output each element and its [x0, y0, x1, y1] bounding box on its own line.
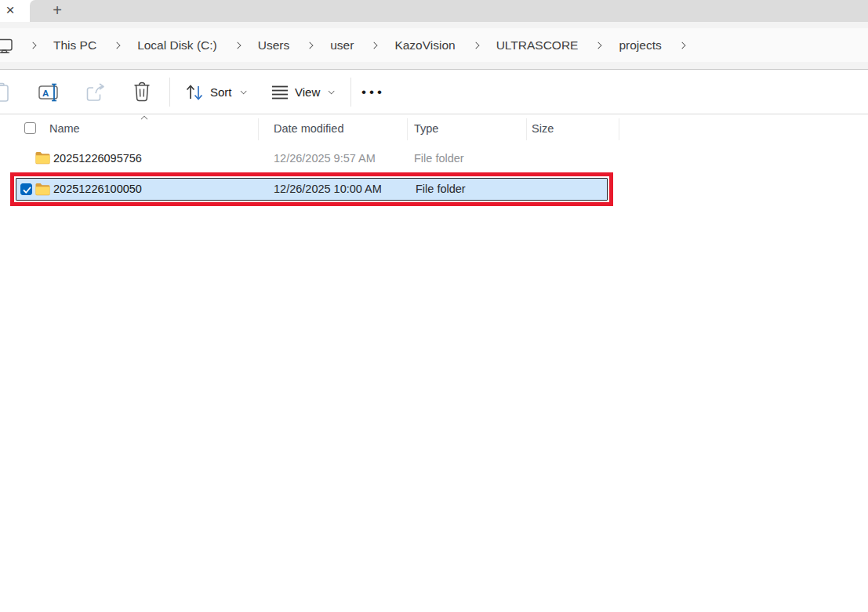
sort-ascending-icon [141, 116, 147, 122]
chevron-right-icon [678, 42, 685, 49]
breadcrumb-item-this-pc[interactable]: This PC [52, 35, 98, 56]
chevron-right-icon [234, 42, 241, 49]
new-tab-button[interactable]: + [47, 0, 67, 20]
chevron-right-icon [30, 42, 37, 49]
svg-text:A: A [42, 88, 49, 97]
breadcrumb-item-user[interactable]: user [329, 35, 355, 56]
view-label: View [295, 85, 320, 99]
folder-icon [35, 151, 50, 165]
toolbar-separator [169, 78, 170, 107]
view-lines-icon [271, 84, 289, 101]
breadcrumb-item-projects[interactable]: projects [617, 35, 663, 56]
file-type: File folder [416, 179, 466, 200]
sort-button[interactable]: Sort [185, 70, 245, 114]
rename-icon[interactable]: A [38, 70, 60, 114]
chevron-down-icon [329, 88, 335, 94]
chevron-right-icon [371, 42, 378, 49]
tab-bar: + × [0, 0, 868, 22]
more-ellipsis-icon: ••• [361, 85, 385, 100]
folder-icon [35, 183, 50, 196]
column-header-date-modified[interactable]: Date modified [274, 122, 343, 135]
toolbar-separator [350, 78, 351, 107]
file-row[interactable]: 20251226095756 12/26/2025 9:57 AM File f… [0, 147, 604, 171]
chevron-right-icon [114, 42, 121, 49]
column-divider[interactable] [258, 118, 259, 140]
list-header: Name Date modified Type Size [0, 115, 619, 143]
breadcrumb-item-ultrascore[interactable]: ULTRASCORE [495, 35, 580, 56]
file-name: 20251226100050 [53, 179, 142, 200]
active-tab[interactable]: × [0, 0, 30, 22]
file-type: File folder [414, 147, 464, 171]
trash-icon[interactable] [132, 70, 152, 114]
tab-close-icon[interactable]: × [2, 1, 18, 20]
file-name: 20251226095756 [53, 147, 142, 171]
chevron-down-icon [240, 88, 246, 94]
sort-arrows-icon [185, 83, 204, 102]
chevron-right-icon [307, 42, 314, 49]
annotation-highlight-box: 20251226100050 12/26/2025 10:00 AM File … [10, 172, 613, 206]
column-divider[interactable] [619, 118, 619, 140]
column-header-name[interactable]: Name [49, 122, 80, 135]
view-button[interactable]: View [271, 70, 333, 114]
column-header-type[interactable]: Type [414, 122, 438, 135]
column-divider[interactable] [526, 118, 527, 140]
file-row-selected[interactable]: 20251226100050 12/26/2025 10:00 AM File … [16, 178, 608, 201]
column-header-size[interactable]: Size [532, 122, 554, 135]
sort-label: Sort [210, 85, 232, 99]
command-toolbar: A [0, 70, 868, 114]
breadcrumb-item-kazovision[interactable]: KazoVision [393, 35, 456, 56]
share-icon[interactable] [85, 70, 107, 114]
more-options-button[interactable]: ••• [361, 70, 385, 114]
chevron-right-icon [472, 42, 479, 49]
file-date-modified: 12/26/2025 10:00 AM [274, 179, 382, 200]
file-explorer-window: + × This PC Local Disk (C:) [0, 0, 868, 612]
breadcrumb-item-users[interactable]: Users [256, 35, 291, 56]
address-bar: This PC Local Disk (C:) Users user KazoV… [0, 22, 868, 70]
row-checkbox-checked[interactable] [20, 183, 32, 195]
tab-strip: + [30, 0, 868, 22]
chevron-right-icon [595, 42, 602, 49]
file-date-modified: 12/26/2025 9:57 AM [274, 147, 376, 171]
breadcrumb-item-local-disk[interactable]: Local Disk (C:) [136, 35, 219, 56]
select-all-checkbox[interactable] [24, 122, 36, 134]
this-pc-icon [0, 37, 14, 54]
paste-icon[interactable] [0, 70, 11, 114]
column-divider[interactable] [407, 118, 408, 140]
breadcrumb: This PC Local Disk (C:) Users user KazoV… [0, 28, 701, 62]
